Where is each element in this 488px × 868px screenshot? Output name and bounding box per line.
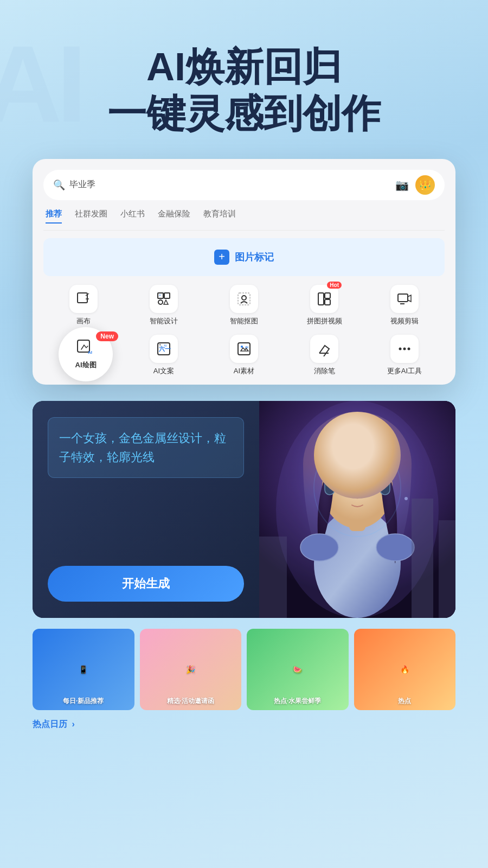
canvas-icon-wrap (69, 285, 98, 313)
tool-ai-text[interactable]: 六一 T AI AI文案 (126, 335, 202, 376)
template-card-3[interactable]: 🍉 热点·水果尝鲜季 (247, 629, 349, 710)
svg-point-23 (403, 347, 406, 350)
svg-text:AI: AI (164, 344, 167, 347)
anime-girl-svg (259, 401, 455, 618)
svg-point-45 (393, 464, 397, 468)
svg-rect-4 (164, 293, 170, 298)
camera-icon[interactable]: 📷 (395, 178, 409, 192)
tab-social[interactable]: 社群发圈 (75, 209, 107, 224)
svg-rect-47 (412, 499, 433, 618)
more-ai-label: 更多AI工具 (387, 366, 422, 376)
svg-point-46 (404, 497, 408, 500)
smart-cutout-icon (236, 291, 252, 307)
eraser-icon-wrap (310, 335, 338, 363)
tool-smart-design[interactable]: 智能设计 (126, 285, 202, 326)
app-ui-card: 🔍 毕业季 📷 👑 推荐 社群发圈 小红书 金融保险 教育培训 + 图片标记 (33, 159, 455, 385)
template-card-1-label: 每日·新品推荐 (33, 697, 134, 706)
canvas-label: 画布 (76, 316, 91, 326)
tool-ai-material[interactable]: AI AI素材 (206, 335, 282, 376)
svg-rect-0 (78, 293, 87, 303)
banner-text: 图片标记 (235, 251, 274, 264)
search-input[interactable]: 毕业季 (69, 179, 395, 190)
tab-recommend[interactable]: 推荐 (46, 209, 62, 224)
svg-text:T: T (159, 343, 162, 347)
collage-icon (317, 291, 332, 307)
svg-point-6 (159, 295, 160, 296)
tool-video-edit[interactable]: 视频剪辑 (367, 285, 442, 326)
eraser-icon (317, 341, 332, 356)
canvas-icon (76, 291, 91, 307)
ai-gen-prompt-box[interactable]: 一个女孩，金色金属丝设计，粒子特效，轮廓光线 (48, 417, 244, 478)
template-card-1[interactable]: 📱 每日·新品推荐 (33, 629, 134, 710)
svg-point-22 (399, 347, 402, 350)
tool-more-ai[interactable]: 更多AI工具 (367, 335, 442, 376)
ai-material-icon: AI (236, 341, 252, 356)
smart-design-label: 智能设计 (150, 316, 178, 326)
template-cards-row: 📱 每日·新品推荐 🎉 精选·活动邀请函 🍉 热点·水果尝鲜季 🔥 热点 (33, 629, 455, 710)
template-card-2-label: 精选·活动邀请函 (140, 697, 242, 706)
hero-title: AI焕新回归 一键灵感到创作 (0, 43, 488, 137)
ai-gen-image (259, 401, 455, 618)
template-card-3-content: 🍉 (293, 665, 302, 674)
svg-rect-40 (325, 480, 335, 495)
tool-eraser[interactable]: 消除笔 (286, 335, 362, 376)
svg-rect-48 (439, 520, 455, 618)
svg-point-19 (241, 346, 243, 348)
tool-smart-cutout[interactable]: 智能抠图 (206, 285, 282, 326)
svg-point-5 (158, 300, 163, 304)
ai-gen-button[interactable]: 开始生成 (48, 566, 244, 602)
tool-collage[interactable]: Hot 拼图拼视频 (286, 285, 362, 326)
eraser-label: 消除笔 (314, 366, 335, 376)
ai-drawing-circle[interactable]: AI AI绘图 New (59, 327, 113, 381)
template-card-1-content: 📱 (79, 665, 88, 674)
template-card-4[interactable]: 🔥 热点 (354, 629, 456, 710)
tab-finance[interactable]: 金融保险 (158, 209, 190, 224)
svg-point-43 (376, 534, 414, 561)
crown-icon[interactable]: 👑 (415, 175, 435, 195)
template-card-2[interactable]: 🎉 精选·活动邀请函 (140, 629, 242, 710)
hero-section: AI焕新回归 一键灵感到创作 (0, 0, 488, 159)
svg-point-35 (341, 487, 350, 493)
hot-title[interactable]: 热点日历 › (33, 719, 75, 729)
svg-text:AI: AI (245, 346, 248, 349)
tools-row-1: 画布 智能设计 (43, 285, 445, 326)
svg-rect-12 (398, 294, 408, 302)
ai-text-icon: 六一 T AI (156, 341, 171, 356)
svg-point-8 (242, 296, 246, 300)
ai-material-label: AI素材 (234, 366, 254, 376)
svg-rect-49 (259, 537, 287, 618)
search-icon: 🔍 (53, 179, 65, 191)
smart-cutout-icon-wrap (230, 285, 258, 313)
video-edit-icon-wrap (390, 285, 419, 313)
hot-section: 热点日历 › (33, 719, 455, 730)
tool-canvas[interactable]: 画布 (46, 285, 121, 326)
video-edit-label: 视频剪辑 (390, 316, 419, 326)
svg-point-42 (300, 534, 338, 561)
svg-rect-7 (238, 293, 250, 305)
video-edit-icon (397, 291, 412, 307)
svg-rect-41 (380, 480, 390, 495)
svg-rect-9 (318, 293, 324, 305)
new-badge: New (96, 331, 118, 341)
svg-rect-3 (158, 293, 163, 298)
svg-point-31 (322, 447, 393, 528)
tab-education[interactable]: 教育培训 (203, 209, 236, 224)
ai-gen-card: 一个女孩，金色金属丝设计，粒子特效，轮廓光线 开始生成 (33, 401, 455, 618)
more-ai-icon (397, 341, 412, 356)
tab-xiaohongshu[interactable]: 小红书 (120, 209, 145, 224)
smart-design-icon-wrap (150, 285, 178, 313)
ai-gen-left-panel: 一个女孩，金色金属丝设计，粒子特效，轮廓光线 开始生成 (33, 401, 259, 618)
tab-bar: 推荐 社群发圈 小红书 金融保险 教育培训 (43, 209, 445, 231)
svg-point-37 (346, 487, 349, 490)
search-bar[interactable]: 🔍 毕业季 📷 👑 (43, 170, 445, 200)
template-card-2-content: 🎉 (186, 665, 195, 674)
template-card-4-content: 🔥 (400, 665, 409, 674)
ai-material-icon-wrap: AI (230, 335, 258, 363)
svg-rect-10 (325, 293, 330, 298)
ai-gen-right-panel (259, 401, 455, 618)
smart-cutout-label: 智能抠图 (230, 316, 258, 326)
banner-area[interactable]: + 图片标记 (43, 238, 445, 276)
smart-design-icon (156, 291, 171, 307)
ai-text-icon-wrap: 六一 T AI (150, 335, 178, 363)
hot-badge: Hot (327, 282, 342, 289)
